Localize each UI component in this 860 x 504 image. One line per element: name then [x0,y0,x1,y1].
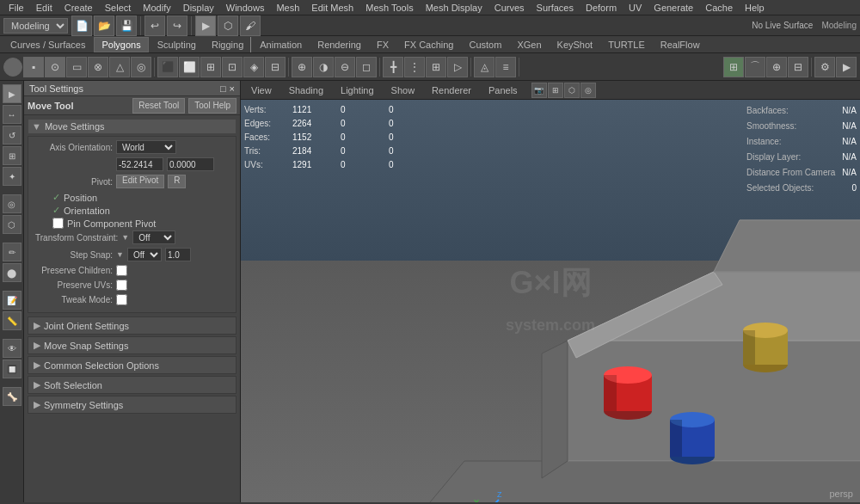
menu-mesh-tools[interactable]: Mesh Tools [360,0,418,15]
lasso-select-icon[interactable]: ⬡ [3,215,22,234]
wedge-icon[interactable]: ◈ [243,57,264,77]
vp-tab-renderer[interactable]: Renderer [425,84,478,96]
tool-settings-close-btn[interactable]: × [230,83,235,94]
edit-pivot-btn[interactable]: Edit Pivot [116,175,164,188]
sculpt-icon[interactable]: ⬤ [3,263,22,282]
joint-orient-section[interactable]: ▶ Joint Orient Settings [28,317,236,335]
menu-surfaces[interactable]: Surfaces [531,0,579,15]
combine-icon[interactable]: ⊕ [292,57,312,77]
soft-select-icon[interactable]: ◎ [3,194,22,213]
reset-pivot-btn[interactable]: R [168,175,186,188]
reset-tool-btn[interactable]: Reset Tool [132,98,185,114]
tab-rigging[interactable]: Rigging [205,37,251,52]
tab-fx-caching[interactable]: FX Caching [397,37,460,52]
polygon-torus-icon[interactable]: ⊗ [88,57,108,77]
tab-animation[interactable]: Animation [253,37,309,52]
menu-generate[interactable]: Generate [648,0,698,15]
tab-polygons[interactable]: Polygons [94,37,148,52]
crease-icon[interactable]: ≡ [495,57,516,77]
menu-select[interactable]: Select [100,0,137,15]
settings-icon[interactable]: ⚙ [814,57,835,77]
axis-orientation-dropdown[interactable]: World Local Object [116,140,176,154]
snap-curve-icon[interactable]: ⌒ [745,57,765,77]
bevel-icon[interactable]: ◬ [474,57,494,77]
soft-selection-section[interactable]: ▶ Soft Selection [28,376,236,394]
step-snap-value[interactable] [165,248,191,261]
tab-keyshot[interactable]: KeyShot [550,37,600,52]
vp-tab-panels[interactable]: Panels [482,84,525,96]
paint-icon[interactable]: 🖌 [240,15,261,36]
open-scene-icon[interactable]: 📂 [94,15,114,36]
tab-sculpting[interactable]: Sculpting [150,37,203,52]
step-snap-dropdown[interactable]: Off [127,248,162,261]
transform-icon[interactable]: ↔ [3,105,22,124]
menu-edit[interactable]: Edit [31,0,58,15]
menu-curves[interactable]: Curves [489,0,530,15]
preserve-uvs-checkbox[interactable] [116,280,127,291]
fill-hole-icon[interactable]: ⊡ [222,57,243,77]
append-icon[interactable]: ⊞ [200,57,221,77]
snap-point-icon[interactable]: ⊕ [766,57,787,77]
insert-edge-icon[interactable]: ╋ [383,57,403,77]
polygon-disk-icon[interactable]: ◎ [131,57,151,77]
menu-uv[interactable]: UV [624,0,647,15]
common-selection-section[interactable]: ▶ Common Selection Options [28,356,236,374]
rigging-icon[interactable]: 🦴 [3,387,22,406]
menu-modify[interactable]: Modify [138,0,175,15]
menu-deform[interactable]: Deform [580,0,622,15]
viewport-content[interactable]: Verts: 1121 0 0 Edges: 2264 0 0 Faces: 1… [241,100,860,502]
tab-fx[interactable]: FX [370,37,396,52]
viewport[interactable]: View Shading Lighting Show Renderer Pane… [241,81,860,502]
vp-tab-show[interactable]: Show [384,84,422,96]
transform-constraint-dropdown[interactable]: Off [132,230,175,244]
snap-grid-icon[interactable]: ⊞ [723,57,744,77]
menu-display[interactable]: Display [178,0,219,15]
polygon-cylinder-icon[interactable]: ⊙ [45,57,65,77]
redo-icon[interactable]: ↪ [167,15,187,36]
universal-icon[interactable]: ✦ [3,167,22,186]
move-snap-section[interactable]: ▶ Move Snap Settings [28,336,236,354]
menu-file[interactable]: File [3,0,29,15]
move-settings-section[interactable]: ▼ Move Settings [28,119,236,134]
render-view-icon[interactable]: 🔲 [3,360,22,378]
tab-xgen[interactable]: XGen [510,37,548,52]
menu-edit-mesh[interactable]: Edit Mesh [306,0,359,15]
tab-curves-surfaces[interactable]: Curves / Surfaces [3,37,92,52]
new-scene-icon[interactable]: 📄 [71,15,92,36]
measure-icon[interactable]: 📏 [3,311,22,330]
vp-grid-icon[interactable]: ⊞ [548,83,563,98]
menu-windows[interactable]: Windows [221,0,270,15]
mode-selector[interactable]: Modeling [3,18,68,34]
annotate-icon[interactable]: 📝 [3,291,22,310]
vp-tab-shading[interactable]: Shading [282,84,330,96]
tool-settings-float-btn[interactable]: □ [220,83,226,94]
tab-custom[interactable]: Custom [463,37,509,52]
offset-edge-icon[interactable]: ⋮ [404,57,425,77]
select-icon[interactable]: ▶ [195,15,216,36]
bridge-icon[interactable]: ⬜ [179,57,200,77]
undo-icon[interactable]: ↩ [144,15,165,36]
x-value-input[interactable] [116,157,163,171]
vp-camera-icon[interactable]: 📷 [531,83,547,98]
vp-wireframe-icon[interactable]: ⬡ [564,83,580,98]
tool-help-btn[interactable]: Tool Help [188,98,236,114]
render-icon[interactable]: ▶ [836,57,857,77]
vp-tab-view[interactable]: View [244,84,279,96]
connect-icon[interactable]: ⊞ [426,57,446,77]
rotate-icon[interactable]: ↺ [3,126,22,144]
preserve-children-checkbox[interactable] [116,265,127,276]
scale-icon[interactable]: ⊞ [3,146,22,165]
menu-help[interactable]: Help [740,0,770,15]
tab-realflow[interactable]: RealFlow [654,37,707,52]
save-scene-icon[interactable]: 💾 [116,15,137,36]
menu-mesh-display[interactable]: Mesh Display [421,0,488,15]
pin-component-checkbox[interactable] [52,218,64,229]
polygon-cube-icon[interactable]: ▪ [23,57,44,77]
y-value-input[interactable] [167,157,214,171]
vp-tab-lighting[interactable]: Lighting [334,84,381,96]
paint-sel-icon[interactable]: ✏ [3,243,22,261]
boolean-icon[interactable]: ⊖ [335,57,355,77]
menu-mesh[interactable]: Mesh [271,0,304,15]
polygon-plane-icon[interactable]: ▭ [66,57,87,77]
snap-view-icon[interactable]: ⊟ [788,57,808,77]
